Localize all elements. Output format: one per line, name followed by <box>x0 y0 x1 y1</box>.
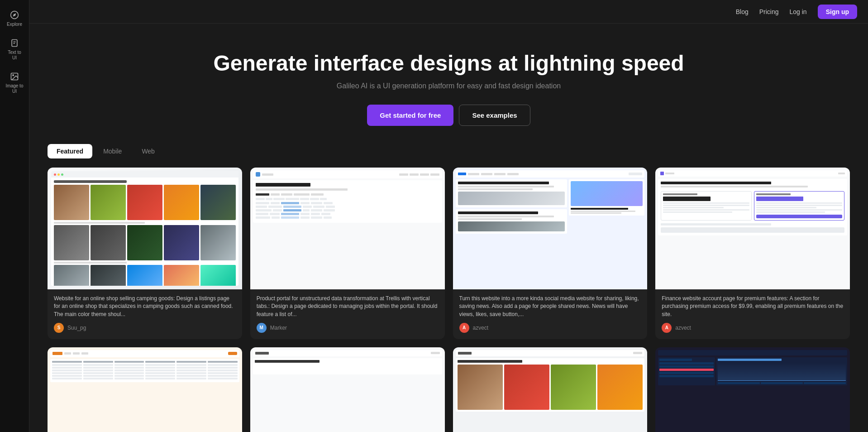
image-icon <box>10 72 19 82</box>
tab-mobile[interactable]: Mobile <box>94 144 131 158</box>
hero-title: Generate interface designs at lightning … <box>48 51 850 76</box>
sidebar-item-image-to-ui[interactable]: Image to UI <box>2 67 27 99</box>
sidebar-image-to-ui-label: Image to UI <box>5 83 24 94</box>
login-link[interactable]: Log in <box>790 8 807 15</box>
card-author-finance: A azvect <box>662 323 844 333</box>
card-homesteader[interactable]: Real estate listings dashboard with prop… <box>48 347 242 432</box>
card-desc-trellis: Product portal for unstructured data tra… <box>257 295 439 318</box>
trellis-logo-icon <box>256 172 260 177</box>
avatar-trellis: M <box>257 323 267 333</box>
card-info-bio: Turn this website into a more kinda soci… <box>453 289 648 339</box>
gallery-grid: Website for an online shop selling campi… <box>29 168 868 432</box>
see-examples-button[interactable]: See examples <box>459 105 530 126</box>
card-preview-trading <box>655 347 850 432</box>
card-camping[interactable]: Website for an online shop selling campi… <box>48 168 242 339</box>
hero-section: Generate interface designs at lightning … <box>29 24 868 144</box>
avatar-finance: A <box>662 323 672 333</box>
card-info-trellis: Product portal for unstructured data tra… <box>250 289 445 339</box>
card-camping3[interactable]: Camping food products with featured imag… <box>453 347 648 432</box>
card-info-finance: Finance website account page for premium… <box>655 289 850 339</box>
avatar-initials-trellis: M <box>260 325 263 330</box>
card-author-camping: S Suu_pg <box>54 323 236 333</box>
tab-web[interactable]: Web <box>133 144 164 158</box>
card-preview-camping <box>48 168 242 289</box>
compass-icon <box>10 10 19 20</box>
top-navigation: Blog Pricing Log in Sign up <box>29 0 868 24</box>
hero-buttons: Get started for free See examples <box>48 105 850 126</box>
sidebar-item-text-to-ui[interactable]: Text to UI <box>2 34 27 65</box>
card-author-trellis: M Marker <box>257 323 439 333</box>
main-content: Generate interface designs at lightning … <box>29 0 868 432</box>
get-started-button[interactable]: Get started for free <box>367 105 453 126</box>
card-desc-bio: Turn this website into a more kinda soci… <box>459 295 641 318</box>
category-tabs: Featured Mobile Web <box>29 144 868 168</box>
author-name-bio: azvect <box>473 325 489 331</box>
card-preview-camping2 <box>250 347 445 432</box>
signup-button[interactable]: Sign up <box>818 5 857 19</box>
hero-subtitle: Galileo AI is a UI generation platform f… <box>48 82 850 90</box>
svg-marker-1 <box>13 13 16 16</box>
text-cursor-icon <box>10 38 19 48</box>
card-author-bio: A azvect <box>459 323 641 333</box>
author-name-trellis: Marker <box>270 325 287 331</box>
finance-logo-icon <box>660 172 664 175</box>
svg-point-5 <box>13 75 14 76</box>
card-bio-finance[interactable]: Turn this website into a more kinda soci… <box>453 168 648 339</box>
card-finance-pro[interactable]: Finance website account page for premium… <box>655 168 850 339</box>
author-name-camping: Suu_pg <box>67 325 86 331</box>
card-preview-trellis <box>250 168 445 289</box>
card-preview-camping3 <box>453 347 648 432</box>
avatar-camping: S <box>54 323 64 333</box>
sidebar: Explore Text to UI Image to UI <box>0 0 29 432</box>
card-info-camping: Website for an online shop selling campi… <box>48 289 242 339</box>
card-preview-finance <box>655 168 850 289</box>
card-desc-camping: Website for an online shop selling campi… <box>54 295 236 318</box>
sidebar-item-explore[interactable]: Explore <box>2 5 27 32</box>
card-preview-bio <box>453 168 648 289</box>
card-preview-homesteader <box>48 347 242 432</box>
card-trellis[interactable]: Product portal for unstructured data tra… <box>250 168 445 339</box>
author-name-finance: azvect <box>675 325 691 331</box>
sidebar-text-to-ui-label: Text to UI <box>5 50 24 61</box>
tab-featured[interactable]: Featured <box>48 144 92 158</box>
avatar-initials-finance: A <box>665 325 668 330</box>
avatar-initials-camping: S <box>57 325 61 330</box>
card-camping2[interactable]: Camping food online shop variant with pr… <box>250 347 445 432</box>
card-desc-finance: Finance website account page for premium… <box>662 295 844 318</box>
avatar-bio: A <box>459 323 469 333</box>
pricing-link[interactable]: Pricing <box>759 8 779 15</box>
blog-link[interactable]: Blog <box>736 8 749 15</box>
avatar-initials-bio: A <box>463 325 466 330</box>
sidebar-explore-label: Explore <box>7 22 22 27</box>
card-trading[interactable]: Trading and Arbitrage platform with dark… <box>655 347 850 432</box>
